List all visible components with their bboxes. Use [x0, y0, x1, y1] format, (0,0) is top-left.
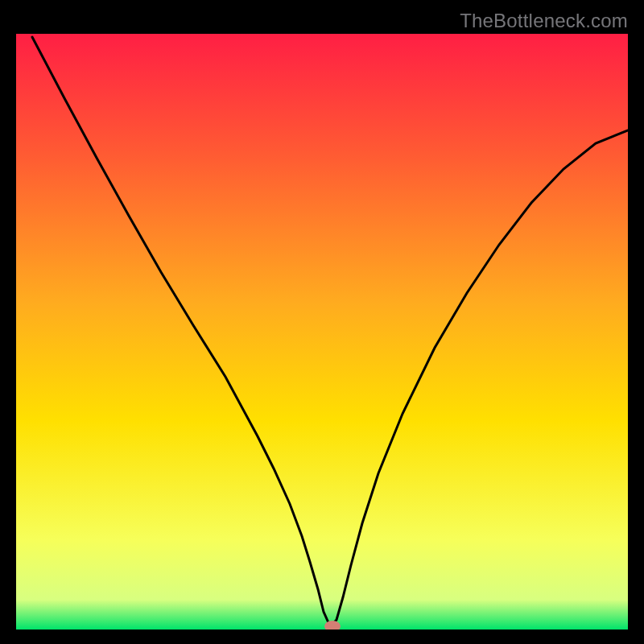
chart-svg — [16, 34, 628, 630]
chart-area — [16, 34, 628, 630]
gradient-background — [16, 34, 628, 630]
watermark-text: TheBottleneck.com — [460, 10, 628, 32]
